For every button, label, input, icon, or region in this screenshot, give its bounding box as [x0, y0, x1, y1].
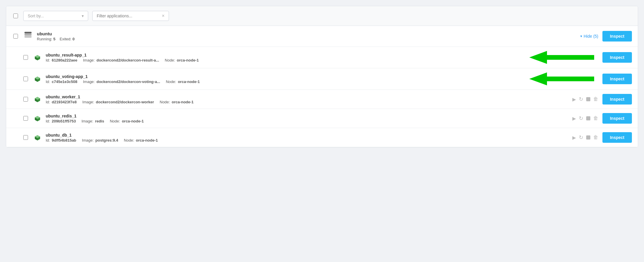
toolbar: Sort by... ▾ ×	[6, 6, 638, 26]
id-value-4: 9dff54b815ab	[52, 138, 76, 142]
node-value-4: orca-node-1	[136, 138, 158, 142]
green-arrow-1	[529, 72, 594, 85]
select-all-checkbox-cell[interactable]	[12, 14, 19, 18]
container-details-3: Id: 209b51ff5753 Image: redis Node: orca…	[46, 119, 568, 123]
play-icon-4[interactable]: ▶	[572, 135, 576, 140]
container-checkbox-cell[interactable]	[22, 97, 29, 102]
node-label-1: Node:	[166, 79, 176, 84]
container-checkbox-cell[interactable]	[22, 116, 29, 121]
inspect-button-2[interactable]: Inspect	[602, 94, 632, 105]
container-name-3: ubuntu_redis_1	[46, 114, 568, 118]
container-checkbox-cell[interactable]	[22, 135, 29, 140]
image-value-2: dockercond2/dockercon-worker	[96, 100, 154, 104]
container-name-1: ubuntu_voting-app_1	[46, 74, 525, 79]
image-label-1: Image:	[83, 79, 95, 84]
inspect-button-3[interactable]: Inspect	[602, 113, 632, 124]
container-checkbox-cell[interactable]	[22, 55, 29, 60]
restart-icon-2[interactable]: ↻	[579, 96, 583, 102]
id-value-2: d2193423f7e8	[52, 100, 77, 104]
id-label-2: Id:	[46, 100, 50, 104]
container-name-4: ubuntu_db_1	[46, 133, 568, 137]
inspect-button-1[interactable]: Inspect	[602, 74, 632, 84]
group-checkbox[interactable]	[13, 34, 18, 39]
container-info-2: ubuntu_worker_1 Id: d2193423f7e8 Image: …	[46, 94, 568, 104]
container-checkbox-1[interactable]	[23, 77, 28, 81]
node-label-0: Node:	[165, 58, 175, 62]
id-label-1: Id:	[46, 79, 50, 84]
group-checkbox-cell[interactable]	[12, 34, 19, 39]
container-details-4: Id: 9dff54b815ab Image: postgres:9.4 Nod…	[46, 138, 568, 142]
container-cube-icon-1	[33, 75, 42, 83]
filter-clear-icon[interactable]: ×	[162, 14, 165, 18]
container-info-1: ubuntu_voting-app_1 Id: c745e1e3c508 Ima…	[46, 74, 525, 84]
id-value-3: 209b51ff5753	[52, 119, 76, 123]
running-count: 5	[53, 37, 55, 41]
container-info-0: ubuntu_result-app_1 Id: 61280a222aee Ima…	[46, 53, 525, 62]
inspect-button-4[interactable]: Inspect	[602, 132, 632, 143]
image-value-0: dockercond2/dockercon-result-a...	[96, 58, 159, 62]
node-label-2: Node:	[160, 100, 170, 104]
id-label-4: Id:	[46, 138, 50, 142]
restart-icon-3[interactable]: ↻	[579, 115, 583, 122]
container-name-2: ubuntu_worker_1	[46, 94, 568, 99]
play-icon-2[interactable]: ▶	[572, 97, 576, 102]
image-label-4: Image:	[82, 138, 94, 142]
delete-icon-4[interactable]: 🗑	[593, 135, 598, 140]
container-row: ubuntu_db_1 Id: 9dff54b815ab Image: post…	[6, 128, 638, 147]
container-info-4: ubuntu_db_1 Id: 9dff54b815ab Image: post…	[46, 133, 568, 142]
container-cube-icon-3	[33, 114, 42, 122]
container-checkbox-3[interactable]	[23, 116, 28, 121]
row-actions-3: ▶ ↻ 🗑	[572, 115, 598, 122]
containers-list: ubuntu_result-app_1 Id: 61280a222aee Ima…	[6, 47, 638, 147]
exited-count: 0	[73, 37, 75, 41]
container-name-0: ubuntu_result-app_1	[46, 53, 525, 57]
delete-icon-2[interactable]: 🗑	[593, 96, 598, 102]
sort-dropdown[interactable]: Sort by... ▾	[23, 11, 88, 21]
stop-icon-3[interactable]	[586, 116, 590, 120]
container-checkbox-cell[interactable]	[22, 77, 29, 81]
play-icon-3[interactable]: ▶	[572, 116, 576, 121]
svg-rect-0	[24, 36, 32, 38]
filter-input[interactable]	[97, 14, 160, 18]
image-value-4: postgres:9.4	[96, 138, 118, 142]
node-value-0: orca-node-1	[177, 58, 199, 62]
container-row: ubuntu_redis_1 Id: 209b51ff5753 Image: r…	[6, 109, 638, 128]
container-checkbox-4[interactable]	[23, 135, 28, 140]
container-row: ubuntu_voting-app_1 Id: c745e1e3c508 Ima…	[6, 68, 638, 90]
svg-marker-12	[529, 72, 594, 85]
arrow-svg-0	[529, 51, 594, 64]
image-value-3: redis	[95, 119, 104, 123]
restart-icon-4[interactable]: ↻	[579, 134, 583, 141]
stop-icon-4[interactable]	[586, 135, 590, 140]
sort-placeholder: Sort by...	[28, 14, 44, 18]
id-label-3: Id:	[46, 119, 50, 123]
node-value-1: orca-node-1	[178, 79, 200, 84]
arrow-svg-1	[529, 72, 594, 85]
group-name: ubuntu	[37, 31, 576, 36]
node-label-3: Node:	[110, 119, 120, 123]
image-label-2: Image:	[82, 100, 94, 104]
container-cube-icon-4	[33, 133, 42, 142]
inspect-button-group[interactable]: Inspect	[602, 31, 632, 42]
hide-label: Hide (5)	[584, 34, 598, 39]
row-actions-2: ▶ ↻ 🗑	[572, 96, 598, 102]
filter-input-wrap: ×	[92, 11, 169, 21]
container-checkbox-0[interactable]	[23, 55, 28, 60]
chevron-down-icon: ▾	[82, 14, 84, 18]
svg-marker-7	[529, 51, 594, 64]
container-checkbox-2[interactable]	[23, 97, 28, 102]
dropdown-arrow-icon: ▾	[580, 34, 582, 38]
inspect-button-0[interactable]: Inspect	[602, 52, 632, 63]
container-cube-icon-2	[33, 95, 42, 103]
group-info: ubuntu Running: 5 Exited: 0	[37, 31, 576, 41]
running-label: Running:	[37, 37, 52, 41]
container-info-3: ubuntu_redis_1 Id: 209b51ff5753 Image: r…	[46, 114, 568, 123]
node-value-2: orca-node-1	[172, 100, 193, 104]
stack-svg-icon	[23, 31, 33, 40]
image-value-1: dockercond2/dockercon-voting-a...	[96, 79, 160, 84]
select-all-checkbox[interactable]	[13, 14, 18, 18]
hide-toggle[interactable]: ▾ Hide (5)	[580, 34, 598, 39]
id-value-1: c745e1e3c508	[52, 79, 77, 84]
delete-icon-3[interactable]: 🗑	[593, 115, 598, 121]
stop-icon-2[interactable]	[586, 97, 590, 101]
